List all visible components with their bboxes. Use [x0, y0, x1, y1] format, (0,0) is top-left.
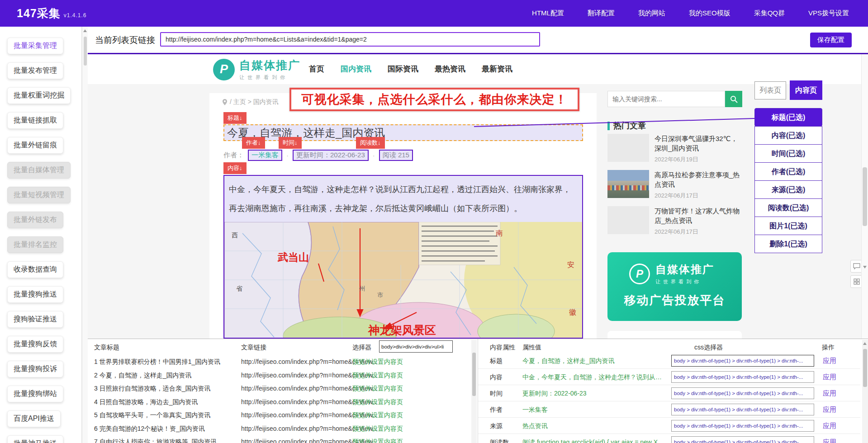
preview-set-link[interactable]: 预览并设置内容页	[352, 411, 403, 419]
article-title-cell: 4 日照自驾游攻略，海边去_国内资讯	[94, 398, 198, 406]
app-brand: 147采集v1.4.1.6	[17, 6, 86, 21]
attribute-table-scrollbar[interactable]	[862, 340, 868, 443]
tag-title[interactable]: 标题↓	[223, 112, 247, 124]
preview-set-link[interactable]: 预览并设置内容页	[352, 385, 403, 393]
tag-content[interactable]: 内容↓	[223, 162, 247, 174]
search-button[interactable]	[725, 91, 742, 107]
tag-reads[interactable]: 阅读数↓	[356, 137, 385, 149]
site-nav-latest[interactable]: 最新资讯	[482, 64, 512, 74]
keyword-search-input[interactable]	[607, 91, 725, 107]
time-selection[interactable]: 更新时间：2022-06-23	[293, 150, 369, 161]
menu-item-html-config[interactable]: HTML配置	[532, 9, 564, 18]
apply-link[interactable]: 应用	[823, 389, 836, 398]
column-header-attr: 内容属性	[490, 344, 515, 352]
breadcrumb-text[interactable]: / 主页 > 国内资讯	[230, 98, 279, 106]
scroll-up-icon[interactable]	[83, 29, 87, 32]
site-nav-international[interactable]: 国际资讯	[388, 64, 418, 74]
preview-set-link[interactable]: 预览并设置内容页	[352, 425, 403, 433]
ad-banner[interactable]: P 自媒体推广 让世界看到你 移动广告投放平台	[607, 252, 742, 321]
tag-author[interactable]: 作者↓	[242, 137, 265, 149]
css-selector-input[interactable]	[671, 371, 814, 383]
hot-article-title[interactable]: 高原马拉松参赛注意事项_热点资讯	[655, 170, 741, 189]
field-button-image1[interactable]: 图片1(已选)	[754, 217, 822, 235]
field-button-author[interactable]: 作者(已选)	[754, 162, 822, 181]
page-scrollbar[interactable]	[861, 54, 868, 339]
sidebar-item-sogou-verify-push[interactable]: 搜狗验证推送	[7, 311, 63, 328]
attribute-table: 内容属性 属性值 css选择器 操作 标题 今夏，自驾游，这样走_国内资讯 应用…	[478, 339, 868, 443]
preview-set-link[interactable]: 预览并设置内容页	[352, 358, 403, 366]
sidebar-item-baidu-api-push[interactable]: 百度API推送	[7, 410, 61, 427]
css-selector-input[interactable]	[671, 404, 814, 415]
sidebar-item-sogou-push[interactable]: 批量搜狗推送	[7, 286, 63, 303]
preview-set-link[interactable]: 预览并设置内容页	[352, 372, 403, 380]
column-header-selector: 选择器	[352, 344, 371, 352]
sidebar-item-publish-manage[interactable]: 批量发布管理	[7, 62, 63, 79]
sidebar-item-index-query[interactable]: 收录数据查询	[7, 261, 63, 278]
preview-set-link[interactable]: 预览并设置内容页	[352, 438, 403, 443]
scroll-down-icon[interactable]	[863, 266, 867, 269]
article-title-cell: 2 今夏，自驾游，这样走_国内资讯	[94, 372, 191, 380]
reads-selection[interactable]: 阅读 215	[379, 150, 413, 161]
field-button-title[interactable]: 标题(已选)	[754, 108, 822, 127]
sidebar-item-sogou-complaint[interactable]: 批量搜狗投诉	[7, 361, 63, 377]
attr-value-cell: 热点资讯	[522, 422, 667, 430]
list-url-input[interactable]	[160, 32, 540, 47]
apply-link[interactable]: 应用	[823, 438, 836, 443]
scrollbar-thumb[interactable]	[863, 349, 867, 387]
hot-article-title[interactable]: 万物皆可炸！这7家人气炸物店_热点资讯	[655, 206, 741, 225]
css-selector-input[interactable]	[671, 436, 814, 443]
author-selection[interactable]: 一米集客	[248, 150, 282, 161]
site-nav-hottest[interactable]: 最热资讯	[435, 64, 465, 74]
article-title-cell: 3 日照旅行自驾游攻略，适合亲_国内资讯	[94, 385, 210, 393]
article-title-selection[interactable]: 今夏，自驾游，这样走_国内资讯	[223, 124, 583, 141]
hot-article-item[interactable]: 高原马拉松参赛注意事项_热点资讯 2022年06月17日	[607, 170, 743, 203]
app-version: v1.4.1.6	[64, 12, 87, 19]
hot-article-item[interactable]: 今日深圳事气温骤升32℃，深圳_国内资讯 2022年06月19日	[607, 134, 743, 167]
field-button-reads[interactable]: 阅读数(已选)	[754, 198, 822, 217]
field-button-source[interactable]: 来源(已选)	[754, 180, 822, 199]
menu-item-vps-dial[interactable]: VPS拨号设置	[808, 9, 849, 18]
sidebar-item-sogou-feedback[interactable]: 批量搜狗反馈	[7, 336, 63, 353]
field-button-delete1[interactable]: 删除1(已选)	[754, 235, 822, 253]
site-nav-domestic[interactable]: 国内资讯	[341, 64, 371, 74]
list-table-scrollbar[interactable]	[471, 340, 477, 443]
hot-article-title[interactable]: 今日深圳事气温骤升32℃，深圳_国内资讯	[655, 134, 741, 153]
css-selector-input[interactable]	[671, 420, 814, 432]
sidebar-scrollbar[interactable]	[82, 27, 88, 443]
sidebar-item-link-grab[interactable]: 批量链接抓取	[7, 112, 63, 129]
apply-link[interactable]: 应用	[823, 373, 836, 382]
map-graphic: 武当山 神龙架风景区 西 省 州 市 南 安 徽	[224, 222, 582, 339]
meta-separator: ·	[286, 151, 289, 159]
list-selector-input[interactable]	[379, 340, 453, 353]
sidebar-item-backlink-trace[interactable]: 批量外链留痕	[7, 137, 63, 154]
apply-link[interactable]: 应用	[823, 357, 836, 365]
tab-content-page[interactable]: 内容页	[790, 80, 822, 100]
field-button-time[interactable]: 时间(已选)	[754, 144, 822, 163]
scrollbar-thumb[interactable]	[472, 353, 476, 396]
site-logo[interactable]: P 自媒体推广 让世界看到你	[213, 58, 300, 81]
scrollbar-thumb[interactable]	[84, 37, 87, 66]
sidebar-item-sogou-bind[interactable]: 批量搜狗绑站	[7, 386, 63, 402]
scroll-up-icon[interactable]	[863, 342, 867, 345]
sidebar-item-collect-manage[interactable]: 批量采集管理	[7, 38, 63, 54]
save-config-button[interactable]: 保存配置	[810, 33, 852, 47]
hot-article-item[interactable]: 万物皆可炸！这7家人气炸物店_热点资讯 2022年06月17日	[607, 206, 743, 240]
preview-set-link[interactable]: 预览并设置内容页	[352, 398, 403, 406]
css-selector-input[interactable]	[671, 355, 814, 367]
article-content-selection[interactable]: 中金，今年夏天，自驾游，这种走怎样？说到从江西九江起程，透过江西始兴、往湖南张家…	[223, 175, 583, 339]
menu-item-translate-config[interactable]: 翻译配置	[588, 9, 615, 18]
apply-link[interactable]: 应用	[823, 405, 836, 414]
tag-time[interactable]: 时间↓	[279, 137, 302, 149]
sidebar-item-keyword-mining[interactable]: 批量权重词挖掘	[7, 87, 71, 104]
site-nav-home[interactable]: 首页	[309, 64, 324, 74]
css-selector-input[interactable]	[671, 387, 814, 399]
scrollbar-thumb[interactable]	[863, 167, 867, 226]
menu-item-qq-group[interactable]: 采集QQ群	[754, 9, 785, 18]
menu-item-my-sites[interactable]: 我的网站	[638, 9, 665, 18]
apply-link[interactable]: 应用	[823, 422, 836, 430]
field-button-content[interactable]: 内容(已选)	[754, 126, 822, 145]
menu-item-seo-templates[interactable]: 我的SEO模版	[689, 9, 730, 18]
attr-name-cell: 时间	[490, 390, 503, 398]
tab-list-page[interactable]: 列表页	[754, 81, 786, 99]
sidebar-item-shenma-push[interactable]: 批量神马推送	[7, 435, 63, 443]
